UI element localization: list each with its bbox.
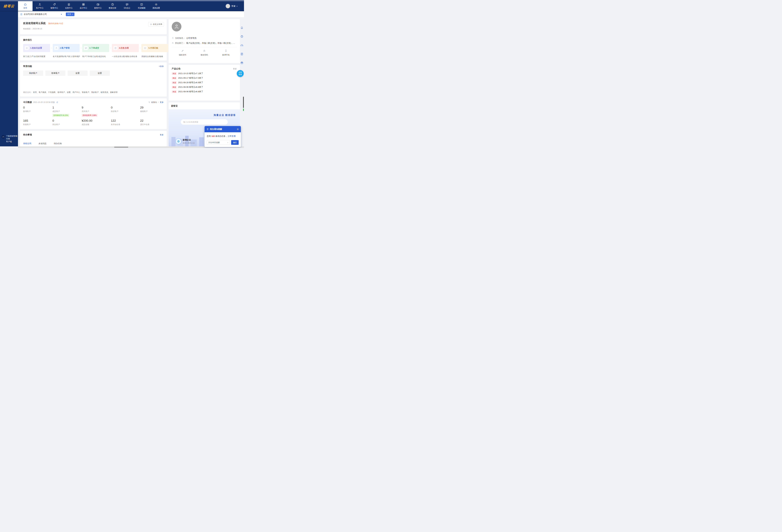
nav-tab-销售中心[interactable]: 销售中心 [47,1,62,11]
new-company-feature[interactable]: 新增企业 最新注册的企业 [176,139,195,144]
user-menu[interactable]: 李健 ▾ [226,1,244,11]
today-more-link[interactable]: 更多 [160,101,164,104]
stat-成交客户[interactable]: 1成交客户意向转化率 66.29% [52,106,82,117]
remind-later-value: 10分钟后提醒 [208,141,220,144]
nav-tab-任务中心[interactable]: 任务中心 [62,1,76,11]
stat-未开始任务[interactable]: 122未开始任务 [111,119,140,126]
horizontal-scrollbar-thumb[interactable] [114,147,128,148]
nav-tab-OA办公[interactable]: OAOA办公 [120,1,134,11]
validity-date: 有效期至：2023-06-15 [23,28,164,30]
stat-进行中任务[interactable]: 22进行中任务 [140,119,169,126]
stat-label: 新增客户 [23,110,52,113]
announcement-item[interactable]: 未读2021-08-28 猪哥云v6.9来了 [172,81,237,84]
announcements-more-link[interactable]: 更多 [233,68,237,70]
guide-step: 2.客户管理名片资源获取/客户录入/资料维护 [53,44,80,58]
headset-icon[interactable] [240,44,243,47]
stat-新增客户[interactable]: 0新增客户 [23,106,52,117]
announcements-list: 未读2021-10-15 猪哥云v7.1来了未读2021-09-17 猪哥云v7… [172,72,237,93]
todo-notification-panel: 待办通知提醒 您有 122 条待办任务，立即查看 10分钟后提醒 ∨ 确定 [205,126,241,147]
open-page-tag[interactable]: 首页 × [66,12,74,16]
stat-value: 165 [23,119,52,122]
quick-button-设置[interactable]: 设置 [68,71,87,76]
confirm-button[interactable]: 确定 [231,140,239,145]
gift-icon[interactable] [240,61,243,64]
stat-跟进客户[interactable]: 0跟进客户 [111,106,140,117]
scrollbar-thumb[interactable] [243,97,244,108]
step-desc: 一次性业务分配/领取/办理任务 [112,55,139,58]
close-tag-icon[interactable]: × [72,13,73,15]
guide-step: 1.初始化设置部门/员工/产品/流程等配置 [23,44,50,58]
nav-tab-财务中心[interactable]: 财务中心 [91,1,105,11]
step-desc: 部门/员工/产品/流程等配置 [23,55,50,58]
todo-tab-待办任务[interactable]: 待办任务 [54,142,62,146]
guide-step-pill-1[interactable]: 1.初始化设置 [23,44,50,52]
stat-流失客户[interactable]: 9流失客户意向流失率 2.38% [82,106,111,117]
unread-badge: 未读 [172,72,177,75]
refresh-icon[interactable] [56,101,58,103]
announcement-item[interactable]: 未读2021-09-17 猪哥云v7.0来了 [172,77,237,79]
nav-tab-培训赋能[interactable]: 培训赋能 [134,1,149,11]
view-now-link[interactable]: 立即查看 [227,135,236,137]
stat-逾期客户[interactable]: 29逾期客户 [140,106,169,117]
add-quick-function-link[interactable]: +添加 [159,65,164,68]
todo-title: 待办事项 [23,133,32,136]
todo-more-link[interactable]: 更多 [160,134,164,136]
customize-layout-button[interactable]: 自定义布局 [148,22,164,27]
stat-成交金额[interactable]: ¥200.00成交金额 [82,119,111,126]
filter-icon [148,101,150,103]
quick-button-设置[interactable]: 设置 [90,71,110,76]
company-selector[interactable]: 企业号演示-财税服务公司 [24,13,47,15]
nav-tab-label: 培训赋能 [138,7,145,9]
nav-tab-首页[interactable]: 首页 [18,1,33,11]
quick-button-我的客户[interactable]: 我的客户 [23,71,43,76]
announcement-item[interactable]: 未读2021-08-06 猪哥云v6.8来了 [172,90,237,93]
todo-tab-未读消息[interactable]: 未读消息 [38,142,47,146]
guide-step-pill-5[interactable]: 5.代理记账 [141,44,168,52]
nav-tab-数据分析[interactable]: 数据分析 [105,1,120,11]
guide-step-pill-3[interactable]: OA3.下单成交 [82,44,109,52]
gear-icon [155,3,158,6]
stat-value: 1 [52,106,82,109]
profile-action-修改密码[interactable]: 修改密码 [193,49,215,56]
company-search-input[interactable] [181,119,228,125]
profile-action-编辑资料[interactable]: 编辑资料 [172,49,193,56]
profile-avatar [172,22,181,31]
online-service-button[interactable]: 在线 客服 [237,70,244,77]
window-top-edge [0,0,244,1]
stat-回访客户[interactable]: 0回访客户 [52,119,82,126]
guide-step: 5.代理记账周期性业务建账/分配/做账 [141,44,168,58]
unread-badge: 未读 [172,91,177,93]
step-desc: 客户下单/签订合同/成交转化 [82,55,109,58]
app-logo[interactable]: 猪哥云 [0,1,19,11]
todo-tab-待签合同[interactable]: 待签合同 [23,142,31,146]
form-icon[interactable] [240,52,243,56]
quick-button-签单客户[interactable]: 签单客户 [45,71,65,76]
stat-label: 逾期客户 [140,110,169,113]
announcement-item[interactable]: 未读2021-10-15 猪哥云v7.1来了 [172,72,237,75]
stat-到期客户[interactable]: 165到期客户 [23,119,52,126]
download-cashier-client[interactable]: 下载票据智能出纳 客户端 [2,135,18,143]
department-row: 所在部门： 客户运营(主管)，市场二部(主管)，市场一部(主管)，… [172,42,237,44]
top-navbar: 猪哥云 首页客户中心销售中心任务中心会计中心财务中心数据分析OAOA办公培训赋能… [0,1,244,11]
step-label: 5.代理记账 [148,46,158,49]
guide-step: 4.任务办理一次性业务分配/领取/办理任务 [112,44,139,58]
recent-visits-list[interactable]: 首页、客户高级、个性报表、签单客户、设置、用户中心、智推客户、我的客户、销售简况… [33,91,117,93]
profile-action-换绑手机[interactable]: 换绑手机 [215,49,237,56]
stat-value: 0 [111,106,140,109]
bell-icon[interactable] [240,26,243,29]
remind-later-select[interactable]: 10分钟后提醒 ∨ [207,140,230,145]
stat-value: 22 [140,119,169,122]
gear-icon[interactable] [237,128,239,131]
nav-tab-会计中心[interactable]: 会计中心 [76,1,91,11]
guide-step-pill-4[interactable]: 4.任务办理 [112,44,139,52]
select-caret-icon: ∨ [227,142,228,143]
stat-value: ¥200.00 [82,119,111,122]
announcement-item[interactable]: 未读2021-08-06 猪哥云v6.8来了 [172,86,237,88]
guide-step-pill-2[interactable]: 2.客户管理 [53,44,80,52]
book-icon [140,3,143,6]
question-icon[interactable] [240,35,243,38]
scope-selector[interactable]: 权限内 [151,101,157,104]
company-dropdown-icon[interactable]: ▼ [61,13,62,15]
nav-tab-系统设置[interactable]: 系统设置 [149,1,164,11]
nav-tab-客户中心[interactable]: 客户中心 [33,1,47,11]
